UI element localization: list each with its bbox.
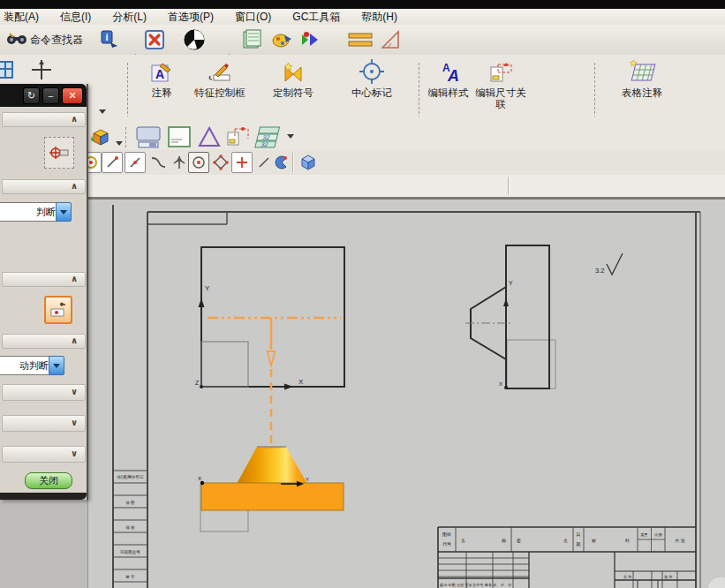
sheet-icon[interactable] <box>167 125 192 152</box>
table-note-icon <box>608 58 676 85</box>
svg-text:A: A <box>447 67 459 85</box>
menu-preferences[interactable]: 首选项(P) <box>157 10 224 25</box>
menu-gc-toolbox[interactable]: GC工具箱 <box>282 10 351 25</box>
clipped-grid-icon[interactable] <box>0 60 16 83</box>
section-bars-button[interactable] <box>346 27 374 52</box>
collapsed-section-3[interactable]: ∨ <box>2 446 86 463</box>
toolbar-handle[interactable] <box>125 126 127 147</box>
snap-endpoint-button[interactable] <box>102 152 123 173</box>
menu-window[interactable]: 窗口(O) <box>224 10 282 25</box>
protractor-button[interactable] <box>378 27 404 52</box>
feature-control-frame-button[interactable]: 特征控制框 <box>190 58 250 120</box>
orange-plate[interactable] <box>201 483 344 510</box>
snap-type-combo-arrow[interactable] <box>56 202 72 222</box>
section-header-4[interactable]: ∧ <box>2 334 86 349</box>
cube-dropdown-arrow[interactable] <box>116 141 123 146</box>
object-display-button[interactable] <box>270 27 295 52</box>
svg-text:签 字: 签 字 <box>125 575 135 579</box>
ribbon-handle[interactable] <box>126 62 129 117</box>
svg-text:3.2: 3.2 <box>595 267 604 275</box>
front-y-label: Y <box>205 284 210 292</box>
information-cascade-button[interactable]: i <box>99 27 120 52</box>
collapsed-section-1[interactable]: ∨ <box>2 384 86 401</box>
dialog-close-icon[interactable]: ✕ <box>62 87 83 104</box>
snap-midpoint-button[interactable] <box>125 152 146 173</box>
edit-dimension-assoc-button[interactable]: 编辑尺寸关联 <box>475 58 526 120</box>
edit-style-button[interactable]: AA 编辑样式 <box>424 58 472 120</box>
surface-finish-icon <box>607 253 623 275</box>
close-button-label: 关闭 <box>39 474 58 487</box>
svg-text:图样: 图样 <box>442 531 451 538</box>
menu-information[interactable]: 信息(I) <box>49 10 102 25</box>
snap-quadrant-button[interactable] <box>210 152 231 173</box>
svg-text:标记 处数 分区 更改文件号 签名 年、月、日: 标记 处数 分区 更改文件号 签名 年、月、日 <box>440 583 511 588</box>
snap-point-on-surface-button[interactable] <box>271 152 292 173</box>
graphics-window[interactable]: 借(通)用件登记 描 图 描 校 旧底图总号 签 字 Y X Z Y X <box>87 200 725 588</box>
cube-3d-icon[interactable] <box>89 125 112 152</box>
svg-text:签: 签 <box>517 538 521 544</box>
visualization-button[interactable] <box>143 27 166 52</box>
layer-dropdown-arrow[interactable] <box>287 134 294 139</box>
menu-help[interactable]: 帮助(H) <box>351 10 408 25</box>
layer-settings-button[interactable] <box>240 27 265 52</box>
table-note-button[interactable]: 表格注释 <box>608 58 676 120</box>
crosshair-tool-icon[interactable] <box>30 58 53 85</box>
point-on-target-button[interactable] <box>44 137 74 169</box>
status-strip <box>87 175 725 197</box>
section-header-1[interactable]: ∧ <box>2 112 86 127</box>
pie-display-button[interactable] <box>182 27 207 52</box>
ribbon-handle[interactable] <box>593 62 596 117</box>
section-header-2[interactable]: ∧ <box>2 179 86 194</box>
triangle-icon[interactable] <box>197 125 222 152</box>
chevron-up-icon: ∧ <box>71 116 78 123</box>
solid-cube-icon[interactable] <box>298 152 319 173</box>
snap-arc-center-button[interactable] <box>188 152 209 173</box>
inferred-combo-arrow[interactable] <box>49 356 64 375</box>
svg-text:i: i <box>105 32 108 42</box>
svg-text:代号: 代号 <box>442 541 451 547</box>
ribbon-handle[interactable] <box>418 62 420 117</box>
window-layout-icon[interactable] <box>135 125 162 152</box>
side-view[interactable]: Y X <box>465 245 555 389</box>
command-finder-button[interactable]: 命令查找器 <box>5 27 84 52</box>
active-point-tool-button[interactable] <box>44 296 72 324</box>
nav-ball-fragment[interactable] <box>707 577 725 588</box>
side-y-label: Y <box>509 280 513 286</box>
cone-model[interactable]: X Y <box>198 447 344 531</box>
target-icon <box>49 144 70 162</box>
svg-text:称: 称 <box>502 538 506 543</box>
show-hide-button[interactable] <box>298 27 323 52</box>
chevron-up-icon: ∧ <box>71 337 78 344</box>
clipped-dropdown-arrow[interactable] <box>99 109 106 114</box>
menu-analysis[interactable]: 分析(L) <box>102 10 157 25</box>
custom-symbol-button[interactable]: 定制符号 <box>263 58 323 120</box>
menu-assembly[interactable]: 装配(A) <box>0 10 49 25</box>
move-point-icon <box>49 302 67 318</box>
sheet-left-strip: 借(通)用件登记 描 图 描 校 旧底图总号 签 字 <box>113 471 147 582</box>
snap-tangent-button[interactable] <box>147 152 169 173</box>
inferred-combo[interactable]: 动判断 <box>0 356 52 375</box>
drawing-frame-icon[interactable] <box>225 125 250 152</box>
surface-finish-note[interactable]: 3.2 <box>595 253 623 275</box>
note-button[interactable]: A 注释 <box>140 58 184 120</box>
snap-type-combo[interactable]: 判断 <box>0 202 59 222</box>
edit-style-icon: AA <box>424 58 472 85</box>
layer-stack-icon[interactable]: 3232 <box>253 125 282 152</box>
snap-settings-dialog[interactable]: ↻ − ✕ ∧ ∧ 判断 ∧ ∧ 动判断 ∨ ∨ ∨ 关闭 <box>0 84 88 500</box>
center-mark-button[interactable]: 中心标记 <box>337 58 406 120</box>
svg-text:描 图: 描 图 <box>125 501 134 505</box>
section-header-3[interactable]: ∧ <box>2 272 86 287</box>
svg-text:A: A <box>155 67 164 81</box>
collapsed-section-2[interactable]: ∨ <box>2 415 86 432</box>
svg-text:共 张: 共 张 <box>623 575 632 579</box>
menu-bar: 装配(A) 信息(I) 分析(L) 首选项(P) 窗口(O) GC工具箱 帮助(… <box>0 9 725 25</box>
close-button[interactable]: 关闭 <box>25 472 72 489</box>
feature-control-frame-icon <box>190 58 250 85</box>
snap-intersection-button[interactable] <box>169 152 190 173</box>
svg-text:旧底图总号: 旧底图总号 <box>120 549 140 554</box>
dialog-titlebar[interactable]: ↻ − ✕ <box>0 84 87 107</box>
dialog-minimize-button[interactable]: − <box>42 87 59 104</box>
svg-text:材: 材 <box>591 538 596 544</box>
dialog-reset-button[interactable]: ↻ <box>23 87 40 104</box>
snap-existing-point-button[interactable] <box>231 152 253 173</box>
